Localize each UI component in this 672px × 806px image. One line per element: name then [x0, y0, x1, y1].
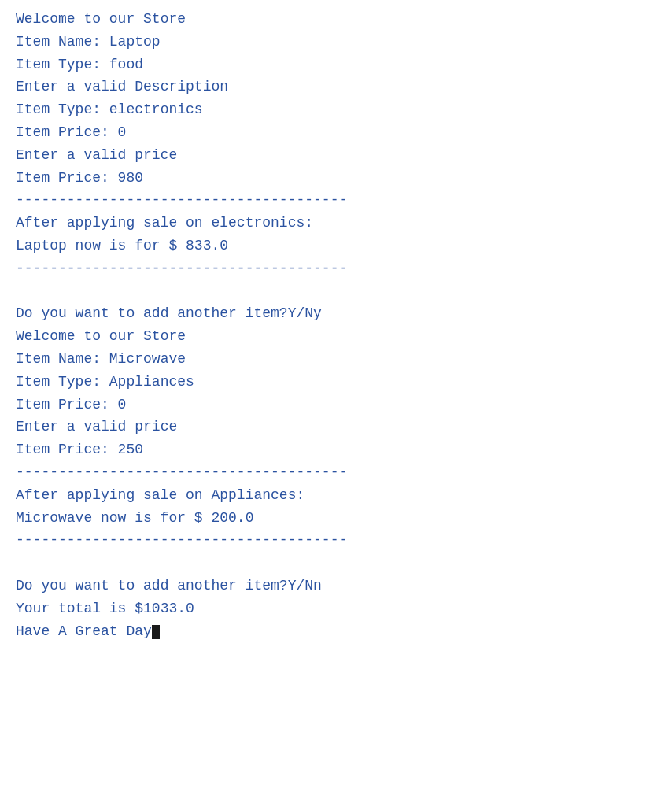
- divider1: ---------------------------------------: [16, 189, 656, 212]
- enter-valid-price-1: Enter a valid price: [16, 144, 656, 167]
- spacer-line: [16, 552, 656, 575]
- laptop-price: Laptop now is for $ 833.0: [16, 235, 656, 257]
- divider2: ---------------------------------------: [16, 257, 656, 280]
- enter-valid-desc: Enter a valid Description: [16, 76, 656, 98]
- divider4: ---------------------------------------: [16, 529, 656, 552]
- your-total: Your total is $1033.0: [16, 597, 656, 620]
- microwave-price: Microwave now is for $ 200.0: [16, 507, 656, 530]
- item-price-250: Item Price: 250: [16, 438, 656, 461]
- have-great-day: Have A Great Day: [16, 620, 656, 643]
- item-name-prompt-1: Item Name: Laptop: [16, 31, 656, 54]
- welcome1: Welcome to our Store: [16, 8, 656, 31]
- enter-valid-price-2: Enter a valid price: [16, 416, 656, 438]
- spacer-line: [16, 280, 656, 303]
- add-another-2: Do you want to add another item?Y/Nn: [16, 575, 656, 597]
- item-price-0: Item Price: 0: [16, 121, 656, 144]
- item-type-electronics: Item Type: electronics: [16, 98, 656, 121]
- add-another-1: Do you want to add another item?Y/Ny: [16, 302, 656, 325]
- item-name-microwave: Item Name: Microwave: [16, 348, 656, 371]
- terminal-cursor: [152, 625, 160, 639]
- item-type-appliances: Item Type: Appliances: [16, 371, 656, 394]
- welcome2: Welcome to our Store: [16, 325, 656, 348]
- after-sale-appliances: After applying sale on Appliances:: [16, 484, 656, 507]
- item-price-980: Item Price: 980: [16, 167, 656, 190]
- item-price-0-2: Item Price: 0: [16, 394, 656, 416]
- divider3: ---------------------------------------: [16, 461, 656, 484]
- item-type-food: Item Type: food: [16, 54, 656, 76]
- terminal-output: Welcome to our StoreItem Name: LaptopIte…: [16, 8, 656, 642]
- after-sale-electronics: After applying sale on electronics:: [16, 212, 656, 235]
